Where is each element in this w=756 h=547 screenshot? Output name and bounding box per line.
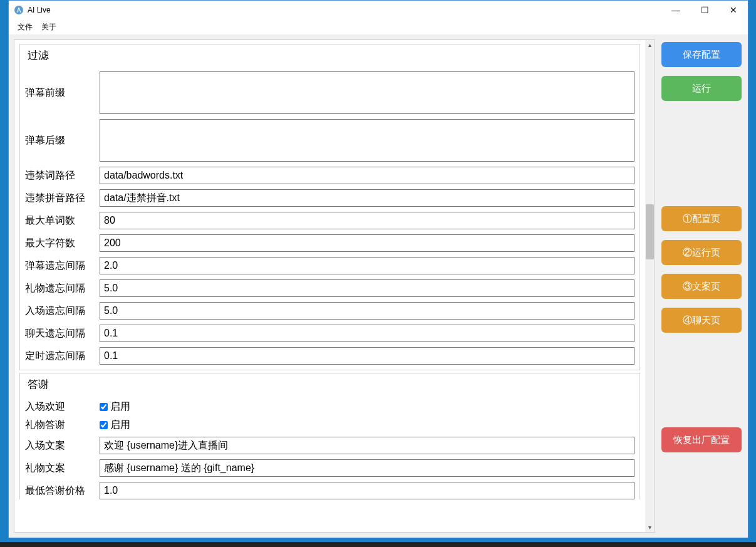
danmu-prefix-label: 弹幕前缀 xyxy=(25,71,100,100)
danmu-forget-input[interactable] xyxy=(100,257,634,274)
enable-label-2: 启用 xyxy=(110,419,130,432)
nav-run-button[interactable]: ②运行页 xyxy=(661,240,742,265)
filter-section: 过滤 弹幕前缀 弹幕后缀 违禁词路径 违禁拼音路径 xyxy=(19,44,640,370)
window-controls: — ☐ ✕ xyxy=(661,1,748,19)
nav-chat-button[interactable]: ④聊天页 xyxy=(661,308,742,333)
close-button[interactable]: ✕ xyxy=(719,1,748,19)
badwords-path-input[interactable] xyxy=(100,167,634,184)
scroll-down-icon[interactable]: ▾ xyxy=(645,523,655,532)
main-panel: 过滤 弹幕前缀 弹幕后缀 违禁词路径 违禁拼音路径 xyxy=(14,39,655,533)
danmu-suffix-label: 弹幕后缀 xyxy=(25,119,100,147)
save-config-button[interactable]: 保存配置 xyxy=(661,42,742,67)
badpinyin-path-label: 违禁拼音路径 xyxy=(25,192,100,205)
config-scroll[interactable]: 过滤 弹幕前缀 弹幕后缀 违禁词路径 违禁拼音路径 xyxy=(14,40,645,532)
enable-label-1: 启用 xyxy=(110,400,130,414)
filter-title: 过滤 xyxy=(25,46,634,66)
spacer xyxy=(661,461,742,530)
max-chars-input[interactable] xyxy=(100,234,634,252)
danmu-forget-label: 弹幕遗忘间隔 xyxy=(25,259,100,273)
spacer xyxy=(661,110,742,197)
gift-thanks-checkbox[interactable] xyxy=(100,421,108,429)
right-panel: 保存配置 运行 ①配置页 ②运行页 ③文案页 ④聊天页 恢复出厂配置 xyxy=(658,39,748,533)
danmu-prefix-input[interactable] xyxy=(100,71,634,114)
app-icon: A xyxy=(14,5,24,15)
enter-forget-label: 入场遗忘间隔 xyxy=(25,305,100,318)
menubar: 文件 关于 xyxy=(9,19,748,34)
scroll-up-icon[interactable]: ▴ xyxy=(645,40,655,49)
timer-forget-label: 定时遗忘间隔 xyxy=(25,350,100,363)
enter-welcome-enable[interactable]: 启用 xyxy=(100,400,130,414)
taskbar xyxy=(0,542,756,547)
app-window: A AI Live — ☐ ✕ 文件 关于 过滤 弹幕前缀 弹幕后缀 xyxy=(8,0,748,538)
max-words-input[interactable] xyxy=(100,212,634,229)
minimize-button[interactable]: — xyxy=(661,1,690,19)
danmu-suffix-input[interactable] xyxy=(100,119,634,162)
titlebar: A AI Live — ☐ ✕ xyxy=(9,1,748,19)
badpinyin-path-input[interactable] xyxy=(100,189,634,207)
enter-text-label: 入场文案 xyxy=(25,439,100,452)
nav-config-button[interactable]: ①配置页 xyxy=(661,206,742,231)
window-title: AI Live xyxy=(28,6,661,14)
chat-forget-input[interactable] xyxy=(100,325,634,342)
spacer xyxy=(661,341,742,419)
max-chars-label: 最大字符数 xyxy=(25,237,100,250)
chat-forget-label: 聊天遗忘间隔 xyxy=(25,327,100,340)
gift-thanks-enable[interactable]: 启用 xyxy=(100,419,130,432)
min-price-label: 最低答谢价格 xyxy=(25,484,100,498)
gift-text-label: 礼物文案 xyxy=(25,462,100,475)
svg-text:A: A xyxy=(17,7,21,14)
scrollbar[interactable]: ▴ ▾ xyxy=(645,40,655,532)
enter-welcome-label: 入场欢迎 xyxy=(25,400,100,414)
thanks-section: 答谢 入场欢迎 启用 礼物答谢 启用 xyxy=(19,373,640,499)
run-button[interactable]: 运行 xyxy=(661,76,742,101)
gift-forget-input[interactable] xyxy=(100,279,634,297)
maximize-button[interactable]: ☐ xyxy=(690,1,719,19)
enter-welcome-checkbox[interactable] xyxy=(100,403,108,411)
scrollbar-thumb[interactable] xyxy=(646,204,654,259)
nav-copy-button[interactable]: ③文案页 xyxy=(661,274,742,299)
gift-forget-label: 礼物遗忘间隔 xyxy=(25,282,100,295)
content-area: 过滤 弹幕前缀 弹幕后缀 违禁词路径 违禁拼音路径 xyxy=(9,34,748,538)
badwords-path-label: 违禁词路径 xyxy=(25,169,100,182)
enter-forget-input[interactable] xyxy=(100,302,634,320)
gift-thanks-label: 礼物答谢 xyxy=(25,419,100,432)
menu-about[interactable]: 关于 xyxy=(41,22,56,33)
reset-button[interactable]: 恢复出厂配置 xyxy=(661,427,742,452)
max-words-label: 最大单词数 xyxy=(25,214,100,227)
gift-text-input[interactable] xyxy=(100,459,634,477)
thanks-title: 答谢 xyxy=(25,375,634,395)
timer-forget-input[interactable] xyxy=(100,347,634,365)
enter-text-input[interactable] xyxy=(100,437,634,454)
min-price-input[interactable] xyxy=(100,482,634,499)
menu-file[interactable]: 文件 xyxy=(18,22,33,33)
